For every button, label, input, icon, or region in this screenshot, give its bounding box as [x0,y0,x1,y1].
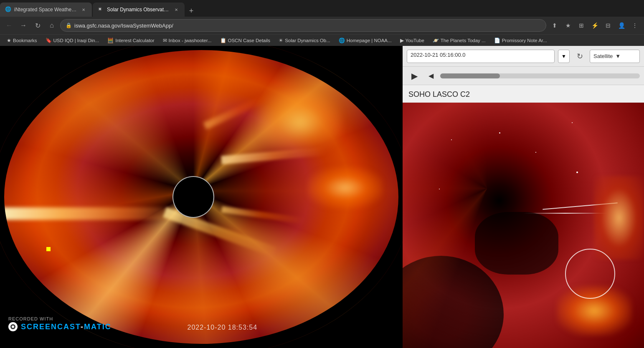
satellite-label: Satellite [593,53,613,59]
bookmark-youtube[interactable]: ▶ YouTube [397,37,428,44]
prev-button[interactable]: ◀ [425,70,437,82]
section-title-text: SOHO LASCO C2 [408,90,470,98]
soho-image [403,103,644,348]
bookmarks-bar: ★ Bookmarks 🔖 USD IQD | Iraqi Din... 🧮 I… [0,34,644,46]
nav-bar: ← → ↻ ⌂ 🔒 iswa.gsfc.nasa.gov/IswaSystemW… [0,17,644,34]
bookmark-usd-iqd[interactable]: 🔖 USD IQD | Iraqi Din... [42,37,103,44]
bookmark-icon-6: ☀ [279,38,283,43]
bookmark-planets-today[interactable]: 🪐 The Planets Today ... [429,37,489,44]
bookmark-label-10: Promissory Note Ar... [502,38,547,43]
address-bar[interactable]: 🔒 iswa.gsfc.nasa.gov/IswaSystemWebApp/ [60,19,546,32]
tab-close-1[interactable]: ✕ [80,6,87,13]
lock-icon: 🔒 [66,23,72,28]
soho-image-container [403,103,644,348]
play-icon: ▶ [411,71,418,81]
bookmark-icon-9: 🪐 [433,38,439,43]
screencast-logo [8,322,18,331]
progress-bar[interactable] [440,73,640,78]
watermark-recorded-text: RECORDED WITH [8,316,112,321]
new-tab-button[interactable]: + [185,5,197,17]
tab-title-1: iNtegrated Space Weather Anal... [14,7,78,13]
datetime-dropdown-button[interactable]: ▼ [558,50,570,63]
split-button[interactable]: ⊟ [602,20,614,31]
wallet-button[interactable]: ⊞ [576,20,587,31]
bookmark-button[interactable]: ★ [562,20,574,31]
bookmark-label-6: Solar Dynamics Ob... [285,38,330,43]
refresh-button[interactable]: ↻ [573,50,586,63]
datetime-value: 2022-10-21 05:16:00.0 [411,52,466,58]
tab-bar: 🌐 iNtegrated Space Weather Anal... ✕ ☀ S… [0,0,644,17]
bookmark-icon-2: 🔖 [46,38,52,43]
datetime-input[interactable]: 2022-10-21 05:16:00.0 [407,50,555,63]
left-panel: RECORDED WITH SCREENCAST-MATIC 2022-10-2 [0,46,403,348]
outer-mask [0,46,403,348]
timestamp-text: 2022-10-20 18:53:54 [187,324,257,331]
satellite-dropdown-arrow-icon: ▼ [615,53,621,59]
tab-inactive[interactable]: 🌐 iNtegrated Space Weather Anal... ✕ [0,3,92,17]
home-button[interactable]: ⌂ [46,20,58,31]
bookmark-icon-8: ▶ [400,38,404,43]
prev-icon: ◀ [428,72,434,80]
bookmark-oscn[interactable]: 📋 OSCN Case Details [217,37,274,44]
right-panel: 2022-10-21 05:16:00.0 ▼ ↻ Satellite ▼ ▶ … [403,46,644,348]
timestamp-bottom: 2022-10-20 18:53:54 [187,324,257,331]
watermark: RECORDED WITH SCREENCAST-MATIC [8,316,112,331]
bookmark-icon-3: 🧮 [107,38,114,43]
content-area: RECORDED WITH SCREENCAST-MATIC 2022-10-2 [0,46,644,348]
section-title: SOHO LASCO C2 [403,85,644,103]
tab-favicon-2: ☀ [98,6,104,13]
dropdown-arrow-icon: ▼ [561,53,566,59]
bookmark-label-5: OSCN Case Details [228,38,271,43]
address-text: iswa.gsfc.nasa.gov/IswaSystemWebApp/ [74,23,173,29]
bookmark-label-8: YouTube [406,38,424,43]
satellite-dropdown[interactable]: Satellite ▼ [590,50,640,63]
progress-bar-fill [440,73,500,78]
bookmark-label-2: USD IQD | Iraqi Din... [53,38,99,43]
bookmark-star-icon: ★ [7,38,11,43]
forward-button[interactable]: → [18,20,29,31]
refresh-icon: ↻ [577,52,583,61]
bookmark-icon-4: ✉ [163,38,167,43]
play-button[interactable]: ▶ [407,68,422,83]
back-button[interactable]: ← [3,20,15,31]
bookmark-promissory-note[interactable]: 📄 Promissory Note Ar... [491,37,550,44]
bookmark-label-1: Bookmarks [13,38,37,43]
bookmark-label-7: Homepage | NOAA... [347,38,392,43]
share-button[interactable]: ⬆ [549,20,560,31]
extensions-button[interactable]: ⚡ [589,20,601,31]
bookmark-label-4: Inbox - jwashooter... [169,38,212,43]
solar-image-main: RECORDED WITH SCREENCAST-MATIC 2022-10-2 [0,46,403,348]
bookmark-icon-5: 📋 [220,38,226,43]
profile-button[interactable]: 👤 [616,20,627,31]
bookmark-inbox[interactable]: ✉ Inbox - jwashooter... [160,37,215,44]
bookmark-icon-10: 📄 [494,38,500,43]
menu-button[interactable]: ⋮ [629,20,641,31]
tab-close-2[interactable]: ✕ [173,6,180,13]
bookmark-label-3: Interest Calculator [115,38,154,43]
watermark-brand: SCREENCAST-MATIC [8,322,112,331]
bookmark-label-9: The Planets Today ... [441,38,486,43]
tab-favicon-1: 🌐 [5,6,12,13]
watermark-brand-text: SCREENCAST-MATIC [21,323,112,331]
nav-actions: ⬆ ★ ⊞ ⚡ ⊟ 👤 ⋮ [549,20,641,31]
artifact-pixel [46,247,51,251]
playback-bar: ▶ ◀ [403,67,644,85]
tab-active[interactable]: ☀ Solar Dynamics Observatory (SD... ✕ [93,3,185,17]
bookmark-bookmarks[interactable]: ★ Bookmarks [3,37,41,44]
bookmark-icon-7: 🌐 [339,38,345,43]
svg-point-1 [12,325,14,328]
tab-title-2: Solar Dynamics Observatory (SD... [107,7,170,13]
browser-chrome: 🌐 iNtegrated Space Weather Anal... ✕ ☀ S… [0,0,644,46]
bookmark-interest-calc[interactable]: 🧮 Interest Calculator [104,37,157,44]
reload-button[interactable]: ↻ [32,20,43,31]
soho-rays [403,103,644,348]
bookmark-solar-dynamics[interactable]: ☀ Solar Dynamics Ob... [275,37,334,44]
bookmark-noaa[interactable]: 🌐 Homepage | NOAA... [335,37,395,44]
datetime-bar: 2022-10-21 05:16:00.0 ▼ ↻ Satellite ▼ [403,46,644,67]
